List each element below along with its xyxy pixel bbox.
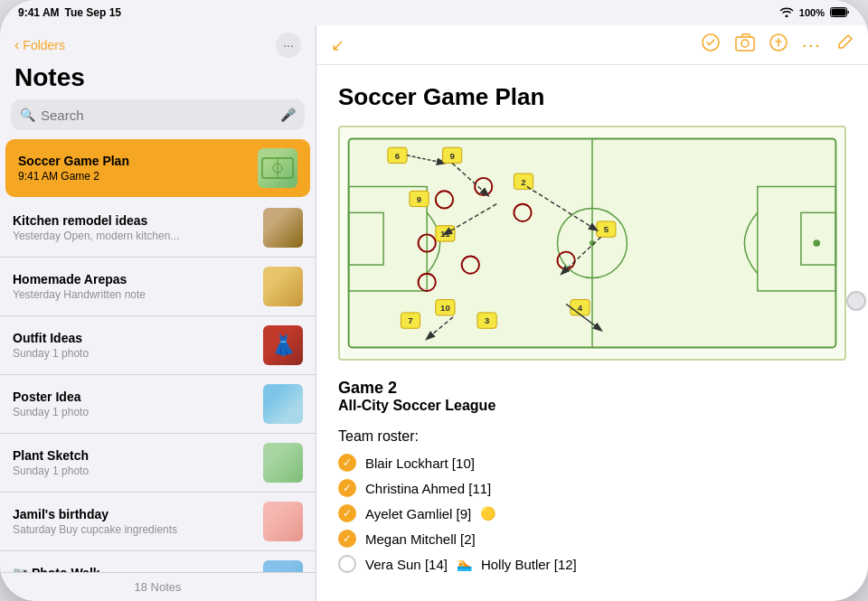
note-thumb-arepas	[263, 267, 303, 306]
note-title: Jamil's birthday	[13, 507, 256, 521]
more-options-icon[interactable]: ···	[802, 33, 821, 57]
notes-list: Soccer Game Plan 9:41 AM Game 2	[0, 137, 316, 572]
note-thumb-outfit: 👗	[263, 325, 303, 365]
battery-icon	[830, 7, 850, 19]
wifi-icon	[779, 6, 794, 19]
note-thumb-kitchen	[263, 208, 303, 248]
date: Tue Sep 15	[65, 6, 121, 19]
sidebar-header: ‹ Folders ···	[0, 25, 316, 61]
search-icon: 🔍	[20, 108, 35, 122]
svg-rect-1	[832, 8, 846, 15]
roster-item-2: ✓ Christina Ahmed [11]	[338, 479, 846, 497]
note-title: Soccer Game Plan	[18, 154, 250, 168]
svg-text:6: 6	[395, 151, 400, 161]
check-circle-2: ✓	[338, 479, 356, 497]
note-item-plant[interactable]: Plant Sketch Sunday 1 photo	[0, 434, 316, 493]
mic-icon[interactable]: 🎤	[280, 108, 296, 122]
note-meta: 9:41 AM Game 2	[18, 170, 250, 183]
more-options-button[interactable]: ···	[276, 33, 301, 58]
status-bar: 9:41 AM Tue Sep 15 100%	[0, 0, 868, 25]
back-chevron-icon: ‹	[14, 37, 19, 53]
note-title: Outfit Ideas	[13, 331, 256, 345]
note-title: Kitchen remodel ideas	[13, 213, 256, 228]
note-item-soccer[interactable]: Soccer Game Plan 9:41 AM Game 2	[5, 139, 310, 197]
roster-item-3: ✓ Ayelet Gamliel [9] 🟡	[338, 504, 846, 522]
sidebar-footer: 18 Notes	[0, 572, 316, 601]
roster-item-4: ✓ Megan Mitchell [2]	[338, 530, 846, 548]
note-title: Plant Sketch	[13, 448, 256, 463]
note-title: Homemade Arepas	[13, 272, 256, 286]
svg-text:9: 9	[449, 151, 454, 161]
note-meta: Sunday 1 photo	[13, 347, 256, 360]
svg-text:7: 7	[408, 315, 412, 325]
battery: 100%	[799, 7, 825, 18]
note-item-kitchen[interactable]: Kitchen remodel ideas Yesterday Open, mo…	[0, 199, 316, 258]
svg-text:2: 2	[521, 177, 525, 187]
back-arrow-icon[interactable]: ↙	[331, 35, 344, 55]
game-title: Game 2	[338, 379, 846, 398]
roster-name-5b: Holly Butler [12]	[481, 557, 577, 572]
note-item-outfit[interactable]: Outfit Ideas Sunday 1 photo 👗	[0, 316, 316, 375]
note-thumb-poster	[263, 384, 303, 424]
note-item-poster[interactable]: Poster Idea Sunday 1 photo	[0, 375, 316, 434]
note-title: Poster Idea	[13, 390, 256, 404]
check-circle-3: ✓	[338, 504, 356, 522]
svg-text:10: 10	[440, 303, 450, 313]
roster-emoji-3: 🟡	[480, 506, 495, 521]
note-meta: Yesterday Handwritten note	[13, 288, 256, 301]
search-bar[interactable]: 🔍 🎤	[11, 99, 305, 130]
note-item-arepas[interactable]: Homemade Arepas Yesterday Handwritten no…	[0, 258, 316, 316]
roster-name-4: Megan Mitchell [2]	[365, 531, 476, 547]
roster-name-3: Ayelet Gamliel [9]	[365, 506, 471, 521]
note-thumb-soccer	[258, 148, 297, 188]
roster-name-5: Vera Sun [14]	[365, 557, 448, 572]
game-league: All-City Soccer League	[338, 398, 846, 414]
note-meta: Sunday 1 photo	[13, 406, 256, 418]
note-meta: Saturday Buy cupcake ingredients	[13, 523, 256, 536]
note-heading: Soccer Game Plan	[338, 83, 846, 111]
roster-item-5: Vera Sun [14] 🏊 Holly Butler [12]	[338, 555, 846, 573]
note-thumb-birthday	[263, 502, 303, 541]
detail-content: Soccer Game Plan	[316, 65, 868, 601]
roster-label: Team roster:	[338, 428, 846, 445]
svg-text:4: 4	[578, 303, 583, 313]
sidebar: ‹ Folders ··· Notes 🔍 🎤 Soccer Game Plan…	[0, 25, 316, 601]
checklist-icon[interactable]	[701, 33, 721, 57]
roster-emoji-5: 🏊	[457, 557, 472, 571]
check-circle-5	[338, 555, 356, 573]
detail-toolbar: ↙	[316, 25, 868, 65]
time: 9:41 AM	[18, 6, 60, 19]
svg-text:9: 9	[417, 194, 421, 204]
detail-pane: ↙	[316, 25, 868, 601]
svg-text:5: 5	[604, 224, 609, 234]
svg-point-17	[813, 239, 820, 247]
pen-icon[interactable]	[769, 33, 788, 56]
search-input[interactable]	[41, 108, 275, 123]
back-button[interactable]: ‹ Folders	[14, 37, 65, 53]
note-title: 📷 Photo Walk	[13, 566, 256, 572]
camera-icon[interactable]	[735, 33, 755, 56]
svg-point-7	[741, 40, 749, 47]
game-info: Game 2 All-City Soccer League	[338, 379, 846, 414]
note-item-birthday[interactable]: Jamil's birthday Saturday Buy cupcake in…	[0, 493, 316, 551]
home-button[interactable]	[846, 291, 866, 311]
roster-name-2: Christina Ahmed [11]	[365, 481, 491, 496]
back-label: Folders	[23, 38, 65, 52]
note-meta: Sunday 1 photo	[13, 465, 256, 477]
note-item-photowalk[interactable]: 📷 Photo Walk Saturday Came across this b…	[0, 551, 316, 572]
sidebar-title: Notes	[0, 61, 316, 99]
roster-item-1: ✓ Blair Lockhart [10]	[338, 454, 846, 472]
note-thumb-photowalk	[263, 560, 303, 572]
svg-text:3: 3	[485, 315, 489, 325]
note-thumb-plant	[263, 443, 303, 483]
check-circle-1: ✓	[338, 454, 356, 472]
check-circle-4: ✓	[338, 530, 356, 548]
soccer-field-drawing: 6 9 9 2 11	[338, 126, 846, 361]
roster-name-1: Blair Lockhart [10]	[365, 455, 475, 471]
note-meta: Yesterday Open, modern kitchen...	[13, 230, 256, 242]
edit-icon[interactable]	[835, 33, 854, 56]
